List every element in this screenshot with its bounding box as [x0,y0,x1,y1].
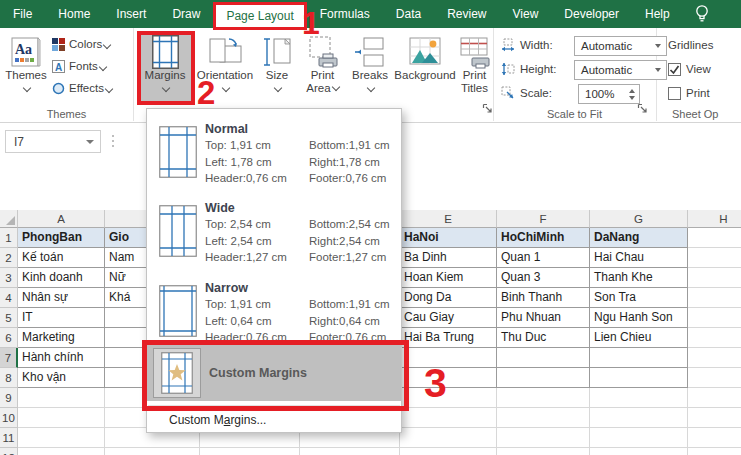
gridlines-print-checkbox[interactable]: Print [668,84,710,102]
cell-E12[interactable] [400,448,497,455]
menu-item-normal[interactable]: Normal Top: 1,91 cmBottom:1,91 cm Left: … [147,116,401,194]
row-header-7[interactable]: 7 [0,348,18,368]
cell-F9[interactable] [497,388,590,408]
cell-G1[interactable]: DaNang [590,228,688,248]
tab-draw[interactable]: Draw [159,0,213,28]
tab-file[interactable]: File [0,0,45,28]
cell-H1[interactable] [688,228,741,248]
cell-E5[interactable]: Cau Giay [400,308,497,328]
margins-button[interactable]: Margins [138,31,192,103]
cell-F8[interactable] [497,368,590,388]
tab-help[interactable]: Help [632,0,683,28]
cell-H12[interactable] [688,448,741,455]
cell-G12[interactable] [590,448,688,455]
col-header-E[interactable]: E [400,210,497,228]
cell-E7[interactable] [400,348,497,368]
scale-spinner[interactable]: 100% [578,84,640,104]
cell-E1[interactable]: HaNoi [400,228,497,248]
cell-A7[interactable]: Hành chính [18,348,105,368]
cell-H5[interactable] [688,308,741,328]
cell-A12[interactable] [18,448,105,455]
row-header-4[interactable]: 4 [0,288,18,308]
col-header-A[interactable]: A [18,210,105,228]
size-button[interactable]: Size [257,31,297,91]
col-header-H[interactable]: H [688,210,741,228]
cell-A11[interactable] [18,428,105,448]
cell-A4[interactable]: Nhân sự [18,288,105,308]
name-box[interactable]: I7 [5,130,101,153]
tab-data[interactable]: Data [383,0,434,28]
cell-B12[interactable] [105,448,200,455]
fonts-button[interactable]: A Fonts [52,57,106,75]
cell-F4[interactable]: Binh Thanh [497,288,590,308]
cell-F12[interactable] [497,448,590,455]
row-header-12[interactable]: 12 [0,448,18,455]
row-header-8[interactable]: 8 [0,368,18,388]
cell-F7[interactable] [497,348,590,368]
cell-G11[interactable] [590,428,688,448]
effects-button[interactable]: Effects [52,79,112,97]
cell-G4[interactable]: Son Tra [590,288,688,308]
cell-H11[interactable] [688,428,741,448]
row-header-6[interactable]: 6 [0,328,18,348]
cell-H7[interactable] [688,348,741,368]
cell-E8[interactable] [400,368,497,388]
breaks-button[interactable]: Breaks [348,31,392,91]
cell-H3[interactable] [688,268,741,288]
cell-A5[interactable]: IT [18,308,105,328]
row-header-2[interactable]: 2 [0,248,18,268]
cell-F10[interactable] [497,408,590,428]
row-header-3[interactable]: 3 [0,268,18,288]
col-header-G[interactable]: G [590,210,688,228]
tab-insert[interactable]: Insert [103,0,159,28]
print-area-button[interactable]: Print Area [300,31,345,95]
cell-F2[interactable]: Quan 1 [497,248,590,268]
cell-G3[interactable]: Thanh Khe [590,268,688,288]
col-header-F[interactable]: F [497,210,590,228]
row-header-1[interactable]: 1 [0,228,18,248]
colors-button[interactable]: Colors [52,35,110,53]
cell-A3[interactable]: Kinh doanh [18,268,105,288]
cell-C12[interactable] [200,448,300,455]
menu-item-custom-margins[interactable]: Custom Margins [147,345,401,401]
cell-E4[interactable]: Dong Da [400,288,497,308]
cell-F1[interactable]: HoChiMinh [497,228,590,248]
cell-F11[interactable] [497,428,590,448]
row-header-5[interactable]: 5 [0,308,18,328]
cell-G8[interactable] [590,368,688,388]
cell-G9[interactable] [590,388,688,408]
cell-F6[interactable]: Thu Duc [497,328,590,348]
cell-G2[interactable]: Hai Chau [590,248,688,268]
tab-home[interactable]: Home [45,0,103,28]
spinner-arrows-icon[interactable] [629,89,639,100]
cell-E10[interactable] [400,408,497,428]
cell-A2[interactable]: Kế toán [18,248,105,268]
menu-item-wide[interactable]: Wide Top: 2,54 cmBottom:2,54 cm Left: 2,… [147,195,401,273]
gridlines-view-checkbox[interactable]: View [668,60,711,78]
tab-formulas[interactable]: Formulas [307,0,383,28]
ideas-lightbulb-icon[interactable] [693,3,711,29]
row-header-11[interactable]: 11 [0,428,18,448]
scale-to-fit-dialog-launcher[interactable] [637,100,648,118]
width-combobox[interactable]: Automatic [574,36,667,56]
background-button[interactable]: Background [395,31,455,82]
cell-H2[interactable] [688,248,741,268]
checkbox-checked-icon[interactable] [668,63,681,76]
cell-E2[interactable]: Ba Dinh [400,248,497,268]
cell-A8[interactable]: Kho vận [18,368,105,388]
cell-A1[interactable]: PhongBan [18,228,105,248]
checkbox-unchecked-icon[interactable] [668,87,681,100]
cell-A9[interactable] [18,388,105,408]
cell-H6[interactable] [688,328,741,348]
cell-A6[interactable]: Marketing [18,328,105,348]
cell-A10[interactable] [18,408,105,428]
page-setup-dialog-launcher[interactable] [482,100,493,118]
cell-H10[interactable] [688,408,741,428]
cell-H8[interactable] [688,368,741,388]
tab-page-layout[interactable]: Page Layout [213,2,306,30]
cell-E9[interactable] [400,388,497,408]
cell-E11[interactable] [400,428,497,448]
cell-F5[interactable]: Phu Nhuan [497,308,590,328]
tab-review[interactable]: Review [434,0,499,28]
themes-button[interactable]: Aa Themes [4,31,48,91]
